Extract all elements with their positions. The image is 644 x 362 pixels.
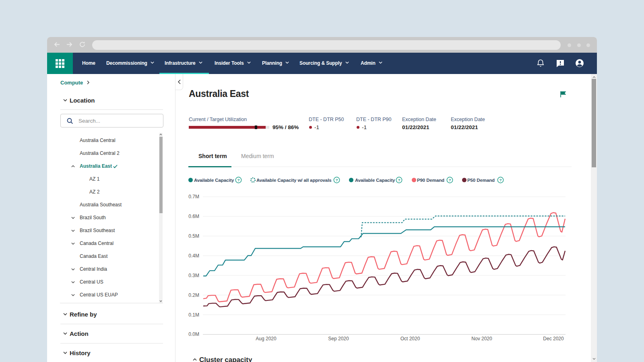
svg-text:?: ? [237, 178, 239, 182]
svg-text:0.3M: 0.3M [188, 273, 199, 278]
svg-text:Sep 2020: Sep 2020 [328, 336, 349, 341]
svg-text:Dec 2020: Dec 2020 [543, 336, 564, 341]
svg-text:Oct 2020: Oct 2020 [400, 336, 420, 341]
svg-text:?: ? [335, 178, 338, 182]
svg-text:0.2M: 0.2M [188, 292, 199, 298]
svg-text:?: ? [398, 178, 400, 182]
svg-text:0.6M: 0.6M [188, 214, 199, 219]
svg-text:?: ? [499, 178, 502, 182]
svg-text:?: ? [448, 178, 451, 182]
svg-text:0.4M: 0.4M [188, 253, 199, 259]
svg-text:0.0M: 0.0M [188, 331, 199, 337]
svg-text:0.7M: 0.7M [188, 194, 199, 200]
svg-text:0.1M: 0.1M [188, 312, 199, 318]
svg-text:0.5M: 0.5M [188, 233, 199, 239]
svg-text:Nov 2020: Nov 2020 [471, 336, 492, 341]
svg-text:Aug 2020: Aug 2020 [256, 336, 277, 341]
